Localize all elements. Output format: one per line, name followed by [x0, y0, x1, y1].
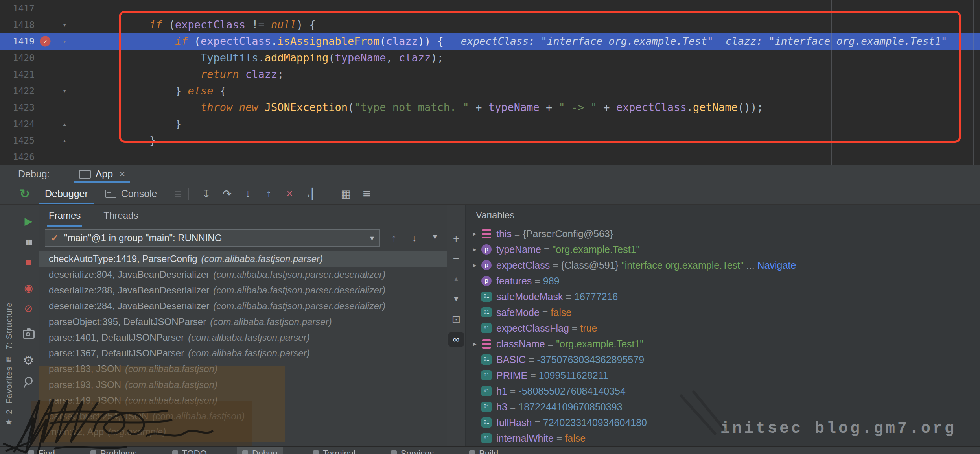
tab-app[interactable]: App ×	[73, 165, 132, 183]
fold-icon[interactable]: ▾	[56, 17, 73, 33]
line-number[interactable]: 1422	[0, 83, 35, 99]
tab-threads[interactable]: Threads	[103, 205, 138, 227]
variable-row[interactable]: ▸this = {ParserConfig@563}	[466, 226, 980, 242]
pause-icon[interactable]: ▮▮	[18, 231, 39, 252]
line-number[interactable]: 1423	[0, 99, 35, 116]
frame-row[interactable]: deserialize:284, JavaBeanDeserializer(co…	[39, 298, 447, 314]
navigate-link[interactable]: Navigate	[757, 260, 796, 271]
move-down-icon[interactable]: ▼	[447, 289, 465, 309]
frame-row[interactable]: parseObject:395, DefaultJSONParser(com.a…	[39, 314, 447, 330]
pin-icon[interactable]	[18, 371, 39, 391]
resume-icon[interactable]: ▶	[18, 211, 39, 231]
frame-row[interactable]: checkAutoType:1419, ParserConfig(com.ali…	[39, 251, 447, 267]
tab-frames[interactable]: Frames	[49, 205, 81, 227]
code-line-1417[interactable]: 1417	[0, 0, 980, 17]
settings-icon[interactable]: ⚙	[18, 350, 39, 371]
code-line-1423[interactable]: 1423 throw new JSONException("type not m…	[0, 99, 980, 116]
line-number[interactable]: 1424	[0, 116, 35, 132]
run-to-cursor-icon[interactable]: →▏	[300, 188, 321, 200]
bottom-tab-terminal[interactable]: Terminal	[308, 447, 361, 454]
bottom-tab-build[interactable]: Build	[464, 447, 504, 454]
code-line-1424[interactable]: 1424▴ }	[0, 116, 980, 132]
variable-row[interactable]: 01BASIC = -3750763034362895579	[466, 352, 980, 367]
variable-row[interactable]: 01h3 = 1872244109670850393	[466, 399, 980, 415]
filter-frames-icon[interactable]: ▼	[425, 233, 445, 244]
drop-frame-icon[interactable]: ×	[279, 188, 300, 200]
rerun-icon[interactable]: ↻	[20, 186, 30, 201]
fold-icon[interactable]: ▾	[56, 83, 73, 99]
evaluate-expression-icon[interactable]: ▦	[335, 188, 356, 200]
layout-settings-icon[interactable]: ≣	[356, 188, 377, 200]
variable-row[interactable]: 01safeMode = false	[466, 305, 980, 320]
expand-icon[interactable]: ▸	[468, 340, 481, 348]
code-line-1419[interactable]: 1419✓▾ if (expectClass.isAssignableFrom(…	[0, 33, 980, 50]
editor-scrollbar[interactable]	[973, 0, 974, 165]
sidebar-item-structure[interactable]: 7: Structure	[4, 302, 14, 350]
frame-row[interactable]: main:12, App(org.example)	[39, 424, 447, 440]
variable-row[interactable]: 01expectClassFlag = true	[466, 320, 980, 336]
tab-debugger[interactable]: Debugger	[36, 183, 97, 204]
line-number[interactable]: 1417	[0, 0, 35, 17]
code-line-1420[interactable]: 1420 TypeUtils.addMapping(typeName, claz…	[0, 50, 980, 66]
code-line-1425[interactable]: 1425▴ }	[0, 132, 980, 149]
expand-icon[interactable]: ▸	[468, 245, 481, 254]
sidebar-item-favorites[interactable]: 2: Favorites	[4, 366, 14, 414]
line-number[interactable]: 1426	[0, 149, 35, 165]
step-over-icon[interactable]: ↷	[217, 188, 238, 200]
line-number[interactable]: 1421	[0, 66, 35, 83]
layout-menu-icon[interactable]: ≡	[175, 187, 182, 201]
frame-row[interactable]: deserialize:288, JavaBeanDeserializer(co…	[39, 282, 447, 298]
add-watch-icon[interactable]: +	[447, 229, 465, 249]
line-number[interactable]: 1418	[0, 17, 35, 33]
frame-row[interactable]: parse:1367, DefaultJSONParser(com.alibab…	[39, 345, 447, 361]
frame-row[interactable]: deserialize:804, JavaBeanDeserializer(co…	[39, 267, 447, 282]
remove-watch-icon[interactable]: −	[447, 249, 465, 269]
thread-dropdown[interactable]: ✓ "main"@1 in group "main": RUNNING ▾	[45, 229, 380, 247]
show-execution-point-icon[interactable]: ↧	[196, 188, 217, 200]
line-number[interactable]: 1420	[0, 50, 35, 66]
next-frame-icon[interactable]: ↓	[404, 233, 425, 244]
variable-row[interactable]: pfeatures = 989	[466, 273, 980, 289]
variable-row[interactable]: ▸ptypeName = "org.example.Test1"	[466, 242, 980, 257]
code-editor[interactable]: 14171418▾ if (expectClass != null) {1419…	[0, 0, 980, 165]
variable-row[interactable]: 01safeModeMask = 16777216	[466, 289, 980, 305]
variable-row[interactable]: ▸pexpectClass = {Class@591} "interface o…	[466, 257, 980, 273]
frame-row[interactable]: parse:1401, DefaultJSONParser(com.alibab…	[39, 330, 447, 345]
line-number[interactable]: 1419	[0, 33, 35, 50]
bottom-tab-services[interactable]: Services	[385, 447, 439, 454]
variable-row[interactable]: 01PRIME = 1099511628211	[466, 367, 980, 383]
step-out-icon[interactable]: ↑	[258, 188, 279, 200]
frame-row[interactable]: parse:149, JSON(com.alibaba.fastjson)	[39, 393, 447, 408]
code-line-1426[interactable]: 1426	[0, 149, 980, 165]
expand-icon[interactable]: ▸	[468, 261, 481, 269]
fold-icon[interactable]: ▾	[56, 33, 73, 50]
bottom-tab-todo[interactable]: TODO	[167, 447, 212, 454]
expand-icon[interactable]: ▸	[468, 229, 481, 238]
frame-row[interactable]: parseObject:254, JSON(com.alibaba.fastjs…	[39, 408, 447, 424]
stop-icon[interactable]: ■	[18, 252, 39, 272]
bottom-tab-problems[interactable]: Problems	[85, 447, 142, 454]
fold-icon[interactable]: ▴	[56, 116, 73, 132]
code-line-1418[interactable]: 1418▾ if (expectClass != null) {	[0, 17, 980, 33]
bottom-tab-find[interactable]: Find	[23, 447, 61, 454]
step-into-icon[interactable]: ↓	[238, 188, 258, 200]
variable-row[interactable]: ▸className = "org.example.Test1"	[466, 336, 980, 352]
previous-frame-icon[interactable]: ↑	[384, 233, 404, 244]
view-breakpoints-icon[interactable]: ◉	[18, 278, 39, 298]
move-up-icon[interactable]: ▲	[447, 269, 465, 289]
tab-console[interactable]: Console	[97, 183, 166, 204]
fold-icon[interactable]: ▴	[56, 132, 73, 149]
variable-row[interactable]: 01h1 = -5808550276084140354	[466, 383, 980, 399]
code-line-1421[interactable]: 1421 return clazz;	[0, 66, 980, 83]
close-icon[interactable]: ×	[119, 168, 125, 180]
mute-breakpoints-icon[interactable]: ⊘	[18, 298, 39, 319]
bottom-tab-debug[interactable]: Debug	[237, 447, 283, 454]
frame-row[interactable]: parse:183, JSON(com.alibaba.fastjson)	[39, 361, 447, 377]
watches-icon[interactable]: ∞	[448, 332, 464, 347]
breakpoint-icon[interactable]: ✓	[35, 33, 56, 50]
copy-stack-icon[interactable]: ⊡	[447, 309, 465, 329]
frame-row[interactable]: parse:193, JSON(com.alibaba.fastjson)	[39, 377, 447, 393]
line-number[interactable]: 1425	[0, 132, 35, 149]
code-line-1422[interactable]: 1422▾ } else {	[0, 83, 980, 99]
camera-icon[interactable]	[18, 324, 39, 345]
